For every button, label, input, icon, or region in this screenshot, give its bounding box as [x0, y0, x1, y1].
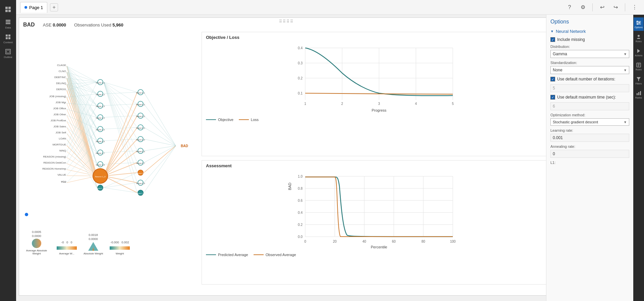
- roles-icon-label: Roles: [636, 40, 642, 43]
- svg-rect-190: [57, 246, 77, 250]
- default-iterations-row: Use default number of iterations:: [550, 77, 629, 81]
- legend-objective: Objective: [206, 118, 233, 122]
- settings-button[interactable]: ⚙: [578, 2, 588, 13]
- svg-text:JOB Mgr: JOB Mgr: [55, 101, 66, 104]
- tab-dot: [24, 6, 27, 9]
- undo-button[interactable]: ↩: [597, 2, 607, 13]
- sidebar-actions-icon[interactable]: Actions: [634, 46, 644, 59]
- svg-text:JOB ProfExe: JOB ProfExe: [51, 119, 66, 122]
- sidebar-roles-icon[interactable]: Roles: [634, 32, 644, 45]
- svg-text:0: 0: [304, 240, 306, 243]
- svg-text:Neuron 2_9: Neuron 2_9: [136, 182, 145, 184]
- default-time-row: Use default maximum time (sec):: [550, 95, 629, 100]
- annealing-rate-input[interactable]: 0: [550, 150, 629, 158]
- svg-text:0.6: 0.6: [298, 199, 303, 202]
- svg-text:REASON DebtCon: REASON DebtCon: [43, 161, 66, 164]
- svg-text:Neuron 1_1: Neuron 1_1: [96, 82, 105, 84]
- svg-marker-246: [637, 49, 640, 53]
- default-time-checkbox[interactable]: [550, 95, 555, 100]
- include-missing-row: Include missing: [550, 37, 629, 42]
- svg-text:20: 20: [333, 240, 337, 243]
- svg-text:CLAGE: CLAGE: [57, 64, 66, 67]
- connections-in-l1: [67, 66, 97, 188]
- svg-line-133: [104, 183, 137, 188]
- svg-rect-12: [7, 50, 9, 53]
- svg-text:40: 40: [362, 240, 366, 243]
- assess-chart-svg: BAD: [206, 170, 545, 250]
- page-tab-1[interactable]: Page 1: [20, 2, 47, 13]
- include-missing-checkbox[interactable]: [550, 37, 555, 42]
- sidebar-grid-icon[interactable]: [1, 3, 15, 16]
- sidebar-ranks-icon[interactable]: Ranks: [634, 88, 644, 101]
- drag-handle[interactable]: ⠿⠿⠿⠿: [279, 19, 294, 24]
- standardization-select[interactable]: None ▼: [550, 66, 629, 74]
- svg-text:0.8: 0.8: [298, 187, 303, 190]
- svg-text:4: 4: [415, 102, 417, 106]
- learning-rate-input[interactable]: 0.001: [550, 134, 629, 142]
- neural-network-section[interactable]: ▼ Neural Network: [550, 29, 629, 34]
- svg-text:Neuron 1_2: Neuron 1_2: [96, 94, 105, 96]
- optimization-select[interactable]: Stochastic gradient descent ▼: [550, 118, 629, 126]
- assess-chart-title: Assessment: [206, 163, 545, 168]
- svg-line-60: [67, 78, 97, 164]
- obj-chart-svg: 0.4 0.3 0.2 0.1 1 2 3 4 5 Progress: [206, 41, 545, 115]
- help-button[interactable]: ?: [564, 2, 575, 13]
- svg-rect-1: [8, 7, 11, 9]
- svg-text:80: 80: [421, 240, 425, 243]
- svg-text:0.0: 0.0: [298, 235, 303, 239]
- redo-button[interactable]: ↪: [610, 2, 621, 13]
- sidebar-content-icon[interactable]: Content: [1, 32, 15, 46]
- distribution-section: Distribution: Gamma ▼: [550, 45, 629, 58]
- panel-title: BAD: [23, 22, 35, 28]
- options-title: Options: [550, 19, 629, 25]
- sidebar-rules-icon[interactable]: Rules: [634, 60, 644, 73]
- svg-line-59: [67, 78, 97, 153]
- default-iterations-checkbox[interactable]: [550, 77, 555, 81]
- default-iterations-label: Use default number of iterations:: [557, 77, 615, 81]
- content-area: CLAGE CLNO DEBTINC DELINQ DEROG JOB (mis…: [23, 32, 550, 285]
- more-button[interactable]: ⋮: [629, 2, 640, 13]
- svg-rect-0: [5, 7, 8, 9]
- svg-line-88: [67, 176, 97, 183]
- svg-line-132: [104, 173, 137, 188]
- svg-line-118: [104, 127, 137, 129]
- svg-text:VALUE: VALUE: [57, 173, 66, 176]
- legend-objective-line: [206, 119, 216, 120]
- svg-line-79: [67, 127, 97, 176]
- distribution-arrow: ▼: [624, 52, 627, 56]
- top-bar-right: ? ⚙ ↩ ↪ ⋮: [564, 2, 640, 13]
- svg-text:REASON (missing): REASON (missing): [43, 155, 66, 158]
- assessment-chart: Assessment BAD: [202, 160, 550, 285]
- left-sidebar: Data Content Outline: [0, 0, 16, 301]
- legend-avg-weight: -0 0 0 Average W...: [57, 241, 77, 255]
- optimization-label: Optimization method:: [550, 113, 629, 117]
- svg-point-242: [637, 20, 638, 22]
- svg-line-138: [144, 127, 176, 146]
- annealing-rate-label: Annealing rate:: [550, 144, 629, 148]
- svg-text:0.2: 0.2: [298, 223, 303, 227]
- svg-rect-10: [8, 37, 10, 39]
- legend-avg-abs-weight: 0.0005 0.0000 Aver: [23, 230, 50, 255]
- sidebar-options-icon[interactable]: Options: [634, 17, 644, 31]
- svg-text:3: 3: [378, 102, 380, 106]
- connections-l2-out: [144, 92, 176, 193]
- tab-label: Page 1: [29, 5, 43, 10]
- sidebar-filters-icon[interactable]: Filters: [634, 74, 644, 87]
- svg-rect-6: [6, 23, 10, 24]
- rules-icon-label: Rules: [636, 68, 642, 71]
- svg-text:CLNO: CLNO: [59, 70, 66, 73]
- distribution-select[interactable]: Gamma ▼: [550, 50, 629, 58]
- svg-text:Neuron 2_1: Neuron 2_1: [136, 92, 145, 94]
- tab-add-button[interactable]: +: [50, 3, 58, 11]
- svg-line-136: [144, 104, 176, 146]
- svg-text:Neuron 1_8: Neuron 1_8: [96, 164, 105, 166]
- sidebar-outline-icon[interactable]: Outline: [1, 47, 15, 60]
- iterations-input[interactable]: 5: [550, 84, 629, 92]
- optimization-section: Optimization method: Stochastic gradient…: [550, 113, 629, 126]
- actions-icon-label: Actions: [635, 54, 643, 57]
- time-input[interactable]: 6: [550, 102, 629, 110]
- sidebar-data-icon[interactable]: Data: [1, 17, 15, 31]
- svg-text:1: 1: [304, 102, 306, 106]
- legend-observed-line: [254, 254, 264, 255]
- svg-text:Percentile: Percentile: [371, 245, 387, 249]
